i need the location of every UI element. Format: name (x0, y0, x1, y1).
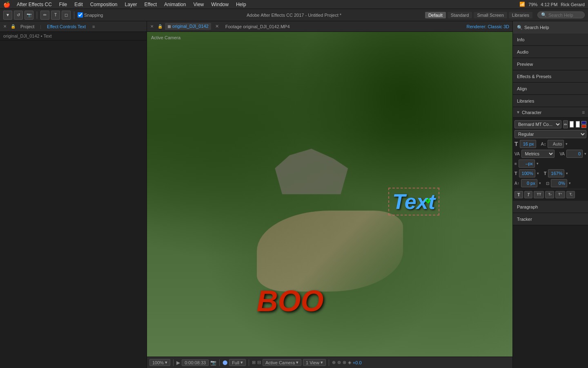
font-select[interactable]: Bernard MT Co... (514, 120, 561, 128)
font-style-btn[interactable]: ✏ (563, 120, 568, 128)
panel-item-effects[interactable]: Effects & Presets (513, 70, 588, 83)
workspace-tab-default[interactable]: Default (425, 12, 446, 18)
workspace-tab-standard[interactable]: Standard (448, 12, 472, 18)
style-btn-sub[interactable]: T, (566, 191, 575, 198)
scale-h-field[interactable]: 100% (519, 169, 535, 177)
anchor-point[interactable] (426, 199, 430, 203)
menu-composition[interactable]: Composition (87, 1, 121, 8)
vc-zoom[interactable]: 100% ▾ (149, 359, 170, 366)
shape-tool[interactable]: ◻ (62, 11, 71, 20)
comp-tab-label: original_DJI_0142 (172, 24, 209, 29)
app-name[interactable]: After Effects CC (13, 1, 55, 8)
left-panel-lock[interactable]: 🔒 (11, 24, 16, 29)
style-btn-italic[interactable]: T (524, 191, 533, 198)
tab-separator: | (40, 24, 41, 29)
search-field[interactable]: 🔍 (537, 11, 585, 18)
font-size-field[interactable]: 16 px (520, 140, 536, 148)
workspace-tab-small[interactable]: Small Screen (474, 12, 507, 18)
menu-effect[interactable]: Effect (141, 1, 160, 8)
style-btn-all-caps[interactable]: TT (534, 191, 544, 198)
viewport[interactable]: Active Camera Text BOO (147, 32, 512, 357)
vc-view-mode[interactable]: 1 View ▾ (303, 359, 326, 366)
character-panel-header[interactable]: ▼ Character ≡ (513, 107, 588, 118)
kerning-arrow[interactable]: ▾ (584, 152, 586, 156)
menu-layer[interactable]: Layer (122, 1, 140, 8)
tsume-arrow[interactable]: ▾ (569, 181, 571, 185)
snapping-control[interactable]: Snapping (78, 12, 103, 18)
panel-item-tracker[interactable]: Tracker (513, 213, 588, 225)
leading-field[interactable]: Auto (548, 140, 564, 148)
kerning-field[interactable]: 0 (566, 150, 583, 158)
scale-v-field[interactable]: 167% (548, 169, 564, 177)
character-menu-icon[interactable]: ≡ (582, 110, 585, 115)
menu-file[interactable]: File (56, 1, 70, 8)
vc-icon-1[interactable]: ⊞ (252, 360, 256, 365)
tab-project[interactable]: Project (18, 23, 37, 30)
search-input[interactable] (548, 13, 581, 18)
panel-item-info[interactable]: Info (513, 34, 588, 46)
menu-help[interactable]: Help (233, 1, 249, 8)
vc-time[interactable]: 0:00:08:33 (182, 359, 209, 366)
vc-icon-2[interactable]: ⊟ (257, 360, 261, 365)
left-panel-close[interactable]: ✕ (3, 24, 7, 29)
right-panel: 🔍 Search Help Info Audio Preview Effects… (512, 21, 588, 368)
vc-quality[interactable]: Full ▾ (229, 359, 246, 366)
comp-tab-main[interactable]: ◼ original_DJI_0142 (165, 23, 211, 30)
baseline-field[interactable]: 0 px (521, 179, 537, 187)
vc-icon-6[interactable]: ◈ (348, 360, 351, 365)
fill-color[interactable] (570, 121, 574, 128)
indent-field[interactable]: –px (519, 159, 535, 168)
panel-item-paragraph[interactable]: Paragraph (513, 201, 588, 213)
scale-h-arrow[interactable]: ▾ (537, 171, 539, 175)
tab-menu-icon[interactable]: ≡ (92, 24, 95, 29)
workspace-tab-libraries[interactable]: Libraries (509, 12, 532, 18)
color-swatch-2[interactable] (581, 125, 586, 128)
pen-tool[interactable]: ✏ (40, 11, 49, 20)
comp-panel-lock[interactable]: 🔒 (158, 24, 163, 29)
text-tool[interactable]: T (51, 11, 60, 20)
vc-icon-5[interactable]: ⊗ (343, 360, 346, 365)
style-select[interactable]: Regular (514, 130, 586, 138)
leading-arrow[interactable]: ▾ (566, 142, 568, 146)
footage-tab[interactable]: Footage original_DJI_0142.MP4 (223, 23, 292, 30)
panel-item-align[interactable]: Align (513, 83, 588, 95)
menu-bar-right: 📶 79% 4:12 PM Rick Gerard (519, 2, 585, 7)
search-help-item[interactable]: 🔍 Search Help (513, 21, 588, 34)
character-title: Character (522, 110, 541, 115)
menu-edit[interactable]: Edit (71, 1, 86, 8)
text-overlay-blue[interactable]: Text (388, 188, 439, 215)
vc-camera-icon[interactable]: 📷 (210, 360, 216, 366)
text-overlay-red[interactable]: BOO (257, 284, 324, 318)
vc-icon-3[interactable]: ⊕ (332, 360, 336, 365)
menu-view[interactable]: View (190, 1, 207, 8)
panel-item-libraries[interactable]: Libraries (513, 95, 588, 107)
selection-tool[interactable]: ▼ (3, 11, 12, 20)
color-swatch-1[interactable] (581, 121, 586, 124)
apple-menu[interactable]: 🍎 (3, 1, 10, 8)
stroke-color[interactable] (576, 121, 580, 128)
menu-animation[interactable]: Animation (161, 1, 189, 8)
baseline-arrow[interactable]: ▾ (539, 181, 541, 185)
character-collapse-icon[interactable]: ▼ (516, 110, 520, 114)
camera-tool[interactable]: 📷 (24, 11, 33, 20)
baseline-row: A↑ 0 px ▾ ⊡ 0% ▾ (514, 179, 586, 187)
style-btn-small-caps[interactable]: Tᵣ (545, 191, 554, 198)
comp-tab-close[interactable]: ✕ (215, 24, 219, 29)
scale-v-arrow[interactable]: ▾ (566, 171, 568, 175)
tsume-field[interactable]: 0% (551, 179, 567, 187)
style-btn-bold[interactable]: T (514, 191, 523, 198)
indent-arrow[interactable]: ▾ (537, 162, 539, 166)
comp-panel-close[interactable]: ✕ (150, 24, 154, 29)
tab-effect-controls[interactable]: Effect Controls Text (45, 23, 88, 30)
snapping-checkbox[interactable] (78, 12, 83, 18)
panel-item-audio[interactable]: Audio (513, 46, 588, 58)
tracking-select[interactable]: Metrics (521, 150, 555, 158)
style-btn-super[interactable]: T⁺ (555, 191, 566, 198)
renderer-value[interactable]: Classic 3D (488, 24, 509, 29)
rotation-tool[interactable]: ↺ (14, 11, 23, 20)
vc-icon-4[interactable]: ⊛ (337, 360, 341, 365)
vc-camera-view[interactable]: Active Camera ▾ (263, 359, 301, 366)
size-row: T 16 px A↕ Auto ▾ (514, 140, 586, 148)
menu-window[interactable]: Window (208, 1, 232, 8)
panel-item-preview[interactable]: Preview (513, 58, 588, 70)
